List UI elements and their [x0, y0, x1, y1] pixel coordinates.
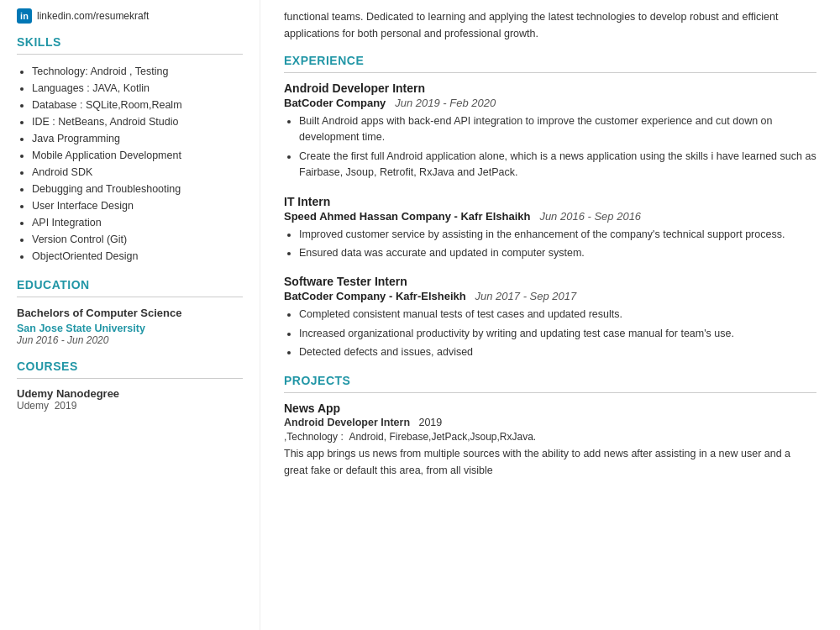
education-dates: Jun 2016 - Jun 2020 [17, 334, 243, 346]
company-name: BatCoder Company [284, 97, 386, 109]
list-item: Detected defects and issues, advised [299, 344, 816, 360]
linkedin-icon: in [17, 8, 32, 24]
education-block: Bachelors of Computer Science San Jose S… [17, 306, 243, 346]
project-year: 2019 [418, 417, 442, 428]
skills-section: SKILLS Technology: Android , Testing Lan… [17, 35, 243, 265]
job-dates: Jun 2019 - Feb 2020 [395, 97, 496, 109]
list-item: Completed consistent manual tests of tes… [299, 307, 816, 323]
project-name: News App [284, 402, 816, 415]
projects-section: PROJECTS News App Android Developer Inte… [284, 374, 816, 479]
experience-block: Android Developer Intern BatCoder Compan… [284, 81, 816, 181]
experience-bullets: Improved customer service by assisting i… [284, 227, 816, 262]
skills-list: Technology: Android , Testing Languages … [17, 63, 243, 265]
linkedin-url: linkedin.com/resumekraft [37, 10, 149, 22]
list-item: Mobile Application Development [32, 147, 243, 164]
list-item: Java Programming [32, 130, 243, 147]
project-company: Android Developer Intern [284, 417, 410, 428]
experience-section: EXPERIENCE Android Developer Intern BatC… [284, 54, 816, 360]
company-line: BatCoder Company - Kafr-Elsheikh Jun 201… [284, 290, 816, 302]
summary-text: functional teams. Dedicated to learning … [284, 8, 816, 42]
experience-bullets: Built Android apps with back-end API int… [284, 113, 816, 181]
tech-value: Android, Firebase,JetPack,Jsoup,RxJava. [349, 431, 536, 443]
job-title: Android Developer Intern [284, 81, 816, 95]
company-line: BatCoder Company Jun 2019 - Feb 2020 [284, 97, 816, 109]
school-name: San Jose State University [17, 323, 243, 334]
job-title: Software Tester Intern [284, 275, 816, 288]
courses-divider [17, 378, 243, 379]
education-title: EDUCATION [17, 278, 243, 291]
linkedin-row[interactable]: in linkedin.com/resumekraft [17, 8, 243, 24]
list-item: Version Control (Git) [32, 231, 243, 248]
experience-divider [284, 72, 816, 73]
list-item: Increased organizational productivity by… [299, 326, 816, 342]
right-column: functional teams. Dedicated to learning … [260, 0, 840, 630]
course-name: Udemy Nanodegree [17, 387, 243, 400]
projects-title: PROJECTS [284, 374, 816, 387]
degree-name: Bachelors of Computer Science [17, 306, 243, 321]
company-name: Speed Ahmed Hassan Company - Kafr Elshai… [284, 210, 531, 223]
list-item: IDE : NetBeans, Android Studio [32, 113, 243, 130]
skills-title: SKILLS [17, 35, 243, 49]
company-line: Speed Ahmed Hassan Company - Kafr Elshai… [284, 210, 816, 223]
list-item: Android SDK [32, 164, 243, 181]
list-item: Languages : JAVA, Kotlin [32, 80, 243, 97]
list-item: Create the first full Android applicatio… [299, 149, 816, 181]
projects-divider [284, 392, 816, 393]
education-divider [17, 297, 243, 297]
project-description: This app brings us news from multiple so… [284, 446, 816, 479]
education-section: EDUCATION Bachelors of Computer Science … [17, 278, 243, 346]
list-item: Debugging and Troubleshooting [32, 181, 243, 197]
experience-block: IT Intern Speed Ahmed Hassan Company - K… [284, 195, 816, 262]
courses-section: COURSES Udemy Nanodegree Udemy 2019 [17, 360, 243, 412]
project-subtitle: Android Developer Intern 2019 [284, 417, 816, 428]
list-item: Database : SQLite,Room,Realm [32, 97, 243, 113]
company-name: BatCoder Company - Kafr-Elsheikh [284, 290, 466, 302]
courses-title: COURSES [17, 360, 243, 373]
job-title: IT Intern [284, 195, 816, 208]
list-item: User Interface Design [32, 197, 243, 214]
course-block: Udemy Nanodegree Udemy 2019 [17, 387, 243, 412]
job-dates: Jun 2017 - Sep 2017 [475, 290, 577, 302]
list-item: Improved customer service by assisting i… [299, 227, 816, 243]
experience-title: EXPERIENCE [284, 54, 816, 67]
tech-label: ,Technology : [284, 431, 344, 443]
project-tech: ,Technology : Android, Firebase,JetPack,… [284, 431, 816, 443]
list-item: ObjectOriented Design [32, 248, 243, 265]
project-block: News App Android Developer Intern 2019 ,… [284, 402, 816, 479]
list-item: Built Android apps with back-end API int… [299, 113, 816, 146]
experience-block: Software Tester Intern BatCoder Company … [284, 275, 816, 360]
list-item: Technology: Android , Testing [32, 63, 243, 80]
left-column: in linkedin.com/resumekraft SKILLS Techn… [0, 0, 260, 630]
list-item: API Integration [32, 214, 243, 231]
course-provider: Udemy 2019 [17, 400, 243, 412]
skills-divider [17, 54, 243, 55]
job-dates: Jun 2016 - Sep 2016 [539, 210, 641, 223]
experience-bullets: Completed consistent manual tests of tes… [284, 307, 816, 360]
list-item: Ensured data was accurate and updated in… [299, 245, 816, 261]
